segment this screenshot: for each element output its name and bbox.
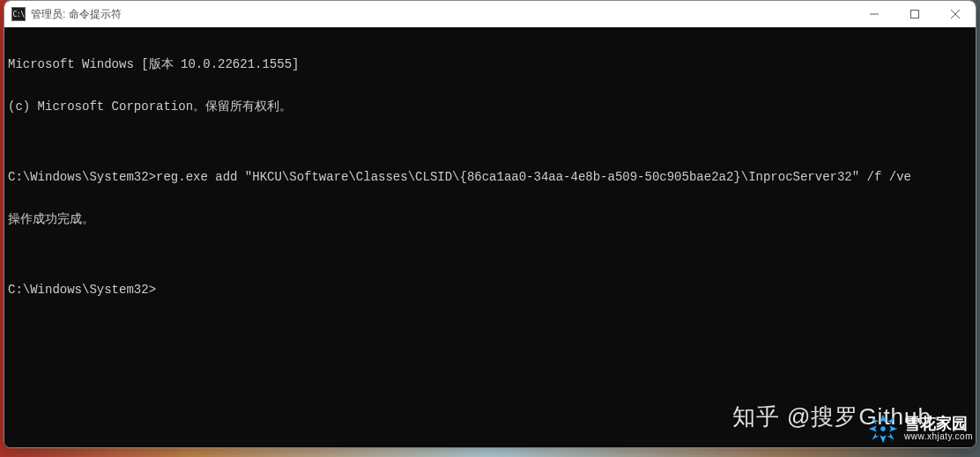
- terminal-line: 操作成功完成。: [8, 212, 972, 226]
- svg-rect-1: [911, 11, 919, 18]
- maximize-button[interactable]: [895, 1, 935, 27]
- minimize-button[interactable]: [854, 1, 895, 27]
- titlebar[interactable]: C:\ 管理员: 命令提示符: [4, 1, 976, 27]
- close-button[interactable]: [935, 1, 976, 27]
- terminal-prompt: C:\Windows\System32>: [8, 283, 972, 297]
- terminal-line: Microsoft Windows [版本 10.0.22621.1555]: [8, 57, 972, 71]
- window-title: 管理员: 命令提示符: [31, 7, 122, 22]
- cursor-icon: [156, 284, 163, 297]
- terminal-line: C:\Windows\System32>reg.exe add "HKCU\So…: [8, 170, 972, 184]
- terminal-line: (c) Microsoft Corporation。保留所有权利。: [8, 100, 972, 114]
- command-prompt-window: C:\ 管理员: 命令提示符 Microsoft Windows [版本 10.…: [4, 0, 976, 448]
- cmd-icon: C:\: [11, 7, 26, 21]
- terminal-output[interactable]: Microsoft Windows [版本 10.0.22621.1555] (…: [4, 27, 976, 447]
